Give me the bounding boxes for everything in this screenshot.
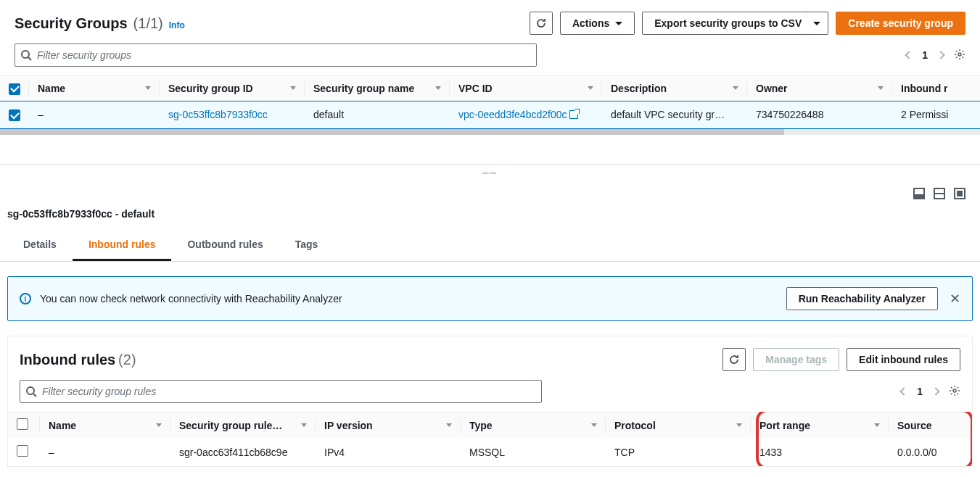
- refresh-rules-button[interactable]: [722, 348, 746, 371]
- panel-layout-split-icon[interactable]: [934, 188, 945, 199]
- svg-point-0: [22, 51, 29, 58]
- actions-button[interactable]: Actions: [560, 12, 635, 35]
- sort-icon[interactable]: [736, 423, 742, 427]
- detail-tabs: Details Inbound rules Outbound rules Tag…: [0, 230, 980, 262]
- table-row[interactable]: – sg-0c53ffc8b7933f0cc default vpc-0eedd…: [0, 101, 980, 129]
- cell-source: 0.0.0.0/0: [889, 438, 972, 466]
- col-rule-name[interactable]: Name: [49, 420, 76, 431]
- sort-icon[interactable]: [156, 423, 162, 427]
- settings-rules-button[interactable]: [949, 385, 960, 399]
- info-link[interactable]: Info: [169, 20, 185, 30]
- row-checkbox[interactable]: [17, 445, 28, 457]
- gear-icon: [954, 49, 965, 60]
- tab-tags[interactable]: Tags: [279, 230, 334, 261]
- filter-security-groups-input[interactable]: [15, 43, 537, 67]
- next-page-rules[interactable]: [931, 387, 939, 395]
- col-sg-id[interactable]: Security group ID: [168, 83, 253, 94]
- close-alert-button[interactable]: ✕: [950, 291, 960, 307]
- sort-icon[interactable]: [878, 86, 884, 90]
- col-ip-version[interactable]: IP version: [324, 420, 373, 431]
- cell-type: MSSQL: [461, 438, 606, 466]
- search-icon: [25, 386, 37, 397]
- export-csv-dropdown[interactable]: [806, 12, 828, 35]
- search-box-main: [15, 43, 537, 67]
- row-checkbox[interactable]: [9, 109, 20, 121]
- col-protocol[interactable]: Protocol: [614, 420, 656, 431]
- security-groups-table: Name Security group ID Security group na…: [0, 75, 980, 129]
- select-all-checkbox[interactable]: [9, 83, 20, 95]
- create-label: Create security group: [848, 17, 953, 29]
- filter-rules-input[interactable]: [20, 380, 542, 403]
- sort-icon[interactable]: [446, 423, 452, 427]
- col-name[interactable]: Name: [38, 83, 65, 94]
- caret-down-icon: [813, 22, 820, 25]
- col-sg-name[interactable]: Security group name: [313, 83, 414, 94]
- settings-button[interactable]: [954, 49, 965, 62]
- col-rule-id[interactable]: Security group rule…: [179, 420, 282, 431]
- tab-details[interactable]: Details: [7, 230, 73, 261]
- col-type[interactable]: Type: [469, 420, 493, 431]
- sort-icon[interactable]: [588, 86, 593, 90]
- page-number-rules: 1: [917, 386, 923, 397]
- sort-icon[interactable]: [733, 86, 738, 90]
- select-all-rules-checkbox[interactable]: [17, 418, 28, 430]
- tab-inbound-rules[interactable]: Inbound rules: [73, 230, 172, 261]
- col-inbound[interactable]: Inbound r: [901, 83, 948, 94]
- next-page-button[interactable]: [936, 51, 944, 59]
- refresh-icon: [728, 354, 740, 365]
- tab-outbound-rules[interactable]: Outbound rules: [171, 230, 279, 261]
- run-reachability-button[interactable]: Run Reachability Analyzer: [786, 287, 938, 310]
- prev-page-rules[interactable]: [900, 387, 908, 395]
- cell-ip-version: IPv4: [316, 438, 461, 466]
- cell-protocol: TCP: [606, 438, 751, 466]
- cell-rule-name: –: [40, 438, 170, 466]
- reachability-alert: i You can now check network connectivity…: [7, 276, 973, 321]
- detail-title: sg-0c53ffc8b7933f0cc - default: [0, 199, 980, 220]
- horizontal-scrollbar[interactable]: [0, 129, 980, 135]
- svg-line-1: [28, 57, 31, 60]
- refresh-button[interactable]: [530, 12, 553, 35]
- panel-layout-bottom-icon[interactable]: [913, 188, 925, 199]
- export-csv-button[interactable]: Export security groups to CSV: [642, 12, 814, 35]
- col-owner[interactable]: Owner: [756, 83, 788, 94]
- page-title: Security Groups: [15, 15, 128, 32]
- search-icon: [20, 49, 32, 61]
- refresh-icon: [535, 17, 547, 29]
- cell-owner: 734750226488: [747, 101, 892, 129]
- vpc-id-link[interactable]: vpc-0eedd3fe4bcd2f00c: [458, 109, 567, 120]
- export-label: Export security groups to CSV: [654, 17, 802, 29]
- table-row[interactable]: – sgr-0acc63f411cb68c9e IPv4 MSSQL TCP 1…: [8, 438, 972, 466]
- resize-handle[interactable]: ══: [0, 165, 980, 181]
- prev-page-button[interactable]: [905, 51, 913, 59]
- caret-down-icon: [615, 22, 622, 25]
- cell-name: –: [29, 101, 160, 129]
- manage-tags-button: Manage tags: [753, 348, 839, 371]
- svg-line-4: [33, 394, 36, 397]
- cell-port-range: 1433: [751, 438, 889, 466]
- alert-text: You can now check network connectivity w…: [40, 293, 342, 304]
- sg-id-link[interactable]: sg-0c53ffc8b7933f0cc: [168, 109, 268, 120]
- col-vpc-id[interactable]: VPC ID: [458, 83, 493, 94]
- col-port-range[interactable]: Port range: [759, 420, 810, 431]
- panel-layout-full-icon[interactable]: [954, 188, 965, 199]
- create-security-group-button[interactable]: Create security group: [836, 12, 965, 35]
- sort-icon[interactable]: [301, 423, 307, 427]
- col-description[interactable]: Description: [611, 83, 667, 94]
- svg-point-2: [958, 53, 961, 56]
- svg-point-3: [27, 387, 34, 394]
- cell-sg-name: default: [305, 101, 450, 129]
- actions-label: Actions: [572, 17, 609, 29]
- page-title-count: (1/1): [133, 15, 163, 32]
- sort-icon[interactable]: [145, 86, 151, 90]
- sort-icon[interactable]: [435, 86, 441, 90]
- sort-icon[interactable]: [290, 86, 296, 90]
- page-title-group: Security Groups (1/1) Info: [15, 15, 185, 32]
- sort-icon[interactable]: [874, 423, 880, 427]
- inbound-rules-count: (2): [118, 352, 136, 368]
- sort-icon[interactable]: [591, 423, 597, 427]
- gear-icon: [949, 385, 960, 397]
- info-icon: i: [20, 293, 31, 304]
- external-link-icon: [569, 110, 578, 119]
- col-source[interactable]: Source: [897, 420, 931, 431]
- edit-inbound-rules-button[interactable]: Edit inbound rules: [847, 348, 960, 371]
